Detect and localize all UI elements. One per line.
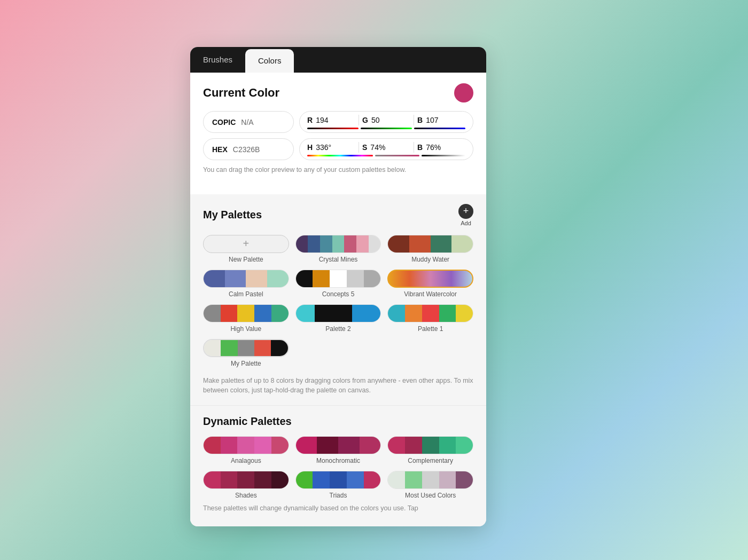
dynamic-palettes-title: Dynamic Palettes <box>203 415 292 428</box>
palette-item-calm-pastel[interactable]: Calm Pastel <box>203 270 289 298</box>
analagous-strip <box>203 436 289 454</box>
palette-item-most-used[interactable]: Most Used Colors <box>387 471 473 499</box>
palette-item-monochromatic[interactable]: Monochromatic <box>295 436 381 464</box>
my-palettes-title: My Palettes <box>203 209 262 221</box>
h-segment: H 336° <box>307 143 355 152</box>
dynamic-palettes-grid: Analagous Monochromatic <box>203 436 473 499</box>
r-segment: R 194 <box>307 116 355 124</box>
shades-strip <box>203 471 289 489</box>
palette-label-most-used: Most Used Colors <box>405 492 456 499</box>
palette-item-crystal-mines[interactable]: Crystal Mines <box>295 235 381 263</box>
palette-label-shades: Shades <box>235 492 257 499</box>
crystal-mines-strip <box>295 235 381 253</box>
triads-strip <box>295 471 381 489</box>
monochromatic-strip <box>295 436 381 454</box>
palette-label-high-value: High Value <box>230 325 261 333</box>
concepts5-strip <box>295 270 381 288</box>
palette-label-crystal-mines: Crystal Mines <box>319 256 358 263</box>
tab-colors[interactable]: Colors <box>245 49 294 73</box>
current-color-circle[interactable] <box>454 83 473 102</box>
high-value-strip <box>203 304 289 322</box>
current-color-section: Current Color COPIC N/A R 194 <box>190 73 486 194</box>
my-palette-strip <box>203 339 289 357</box>
my-palettes-section: My Palettes + Add + New Palette <box>190 194 486 406</box>
palette-item-high-value[interactable]: High Value <box>203 304 289 333</box>
my-palettes-header: My Palettes + Add <box>203 204 473 226</box>
dynamic-palettes-hint: These palettes will change dynamically b… <box>203 503 473 520</box>
palette2-strip <box>295 304 381 322</box>
palette-item-vibrant-watercolor[interactable]: Vibrant Watercolor <box>387 270 473 298</box>
palette1-strip <box>387 304 473 322</box>
palette-label-new: New Palette <box>229 256 263 263</box>
palette-label-palette1: Palette 1 <box>418 325 443 333</box>
hex-input[interactable]: HEX C2326B <box>203 138 294 160</box>
current-color-title: Current Color <box>203 86 279 100</box>
hex-hsb-row: HEX C2326B H 336° S 74% <box>203 138 473 160</box>
my-palettes-hint: Make palettes of up to 8 colors by dragg… <box>203 376 473 396</box>
dynamic-palettes-section: Dynamic Palettes Analagous <box>190 405 486 526</box>
palette-label-concepts5: Concepts 5 <box>322 290 355 298</box>
palette-item-palette2[interactable]: Palette 2 <box>295 304 381 333</box>
muddy-water-strip <box>387 235 473 253</box>
palette-item-analagous[interactable]: Analagous <box>203 436 289 464</box>
calm-pastel-strip <box>203 270 289 288</box>
copic-rgb-row: COPIC N/A R 194 G 50 <box>203 111 473 133</box>
complementary-strip <box>387 436 473 454</box>
palette-item-triads[interactable]: Triads <box>295 471 381 499</box>
bri-segment: B 76% <box>417 143 465 152</box>
palette-item-palette1[interactable]: Palette 1 <box>387 304 473 333</box>
new-palette-strip: + <box>203 235 289 253</box>
palette-item-new[interactable]: + New Palette <box>203 235 289 263</box>
palette-label-muddy-water: Muddy Water <box>411 256 449 263</box>
tab-brushes[interactable]: Brushes <box>190 47 245 73</box>
g-segment: G 50 <box>362 116 410 124</box>
palette-label-my-palette: My Palette <box>231 360 261 367</box>
palette-label-palette2: Palette 2 <box>325 325 350 333</box>
palette-item-concepts5[interactable]: Concepts 5 <box>295 270 381 298</box>
palette-label-calm-pastel: Calm Pastel <box>229 290 263 298</box>
rgb-input: R 194 G 50 B 107 <box>299 111 473 133</box>
most-used-strip <box>387 471 473 489</box>
current-color-header: Current Color <box>203 83 473 102</box>
palette-label-vibrant-watercolor: Vibrant Watercolor <box>404 290 457 298</box>
b-segment: B 107 <box>417 116 465 124</box>
vibrant-watercolor-strip <box>387 270 473 288</box>
add-palette-button[interactable]: + Add <box>458 204 473 226</box>
main-panel: Brushes Colors Current Color COPIC N/A <box>190 47 486 526</box>
tab-bar: Brushes Colors <box>190 47 486 73</box>
palette-item-my-palette[interactable]: My Palette <box>203 339 289 367</box>
palette-label-triads: Triads <box>330 492 347 499</box>
palette-item-complementary[interactable]: Complementary <box>387 436 473 464</box>
s-segment: S 74% <box>362 143 410 152</box>
dynamic-palettes-header: Dynamic Palettes <box>203 415 473 428</box>
palette-label-analagous: Analagous <box>231 457 261 464</box>
palette-item-muddy-water[interactable]: Muddy Water <box>387 235 473 263</box>
drag-hint: You can drag the color preview to any of… <box>203 165 473 175</box>
hsb-input: H 336° S 74% B 76% <box>299 138 473 160</box>
copic-input[interactable]: COPIC N/A <box>203 111 294 133</box>
add-icon: + <box>458 204 473 219</box>
palette-label-monochromatic: Monochromatic <box>316 457 360 464</box>
palette-grid: + New Palette Crystal Mines <box>203 235 473 367</box>
palette-item-shades[interactable]: Shades <box>203 471 289 499</box>
palette-label-complementary: Complementary <box>408 457 453 464</box>
